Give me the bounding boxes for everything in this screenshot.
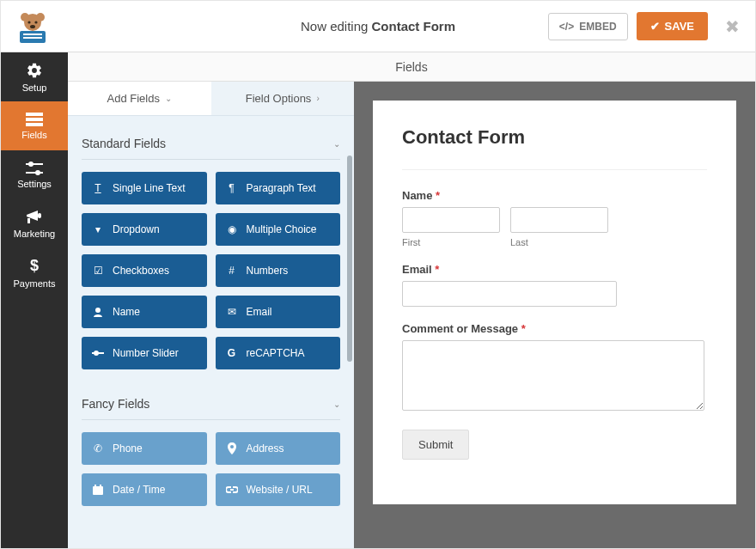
field-recaptcha[interactable]: GreCAPTCHA: [216, 337, 341, 369]
calendar-icon: [92, 485, 104, 495]
title-formname: Contact Form: [372, 19, 456, 34]
field-address[interactable]: Address: [216, 432, 341, 465]
app-logo: [11, 11, 54, 44]
svg-point-15: [35, 170, 40, 175]
nav-fields-label: Fields: [21, 130, 46, 140]
email-label: Email *: [402, 263, 707, 276]
title-prefix: Now editing: [301, 19, 372, 34]
svg-rect-23: [94, 485, 96, 487]
check-icon: ✔: [650, 20, 660, 33]
checkbox-icon: ☑: [92, 265, 104, 277]
main-area: Add Fields ⌄ Field Options › Standard Fi…: [68, 82, 755, 548]
nav-payments[interactable]: $ Payments: [1, 248, 68, 297]
field-paragraph-text[interactable]: ¶Paragraph Text: [216, 172, 341, 204]
envelope-icon: ✉: [226, 306, 238, 318]
field-panel: Add Fields ⌄ Field Options › Standard Fi…: [68, 82, 354, 548]
required-marker: *: [435, 263, 439, 276]
top-bar: Now editing Contact Form </> EMBED ✔ SAV…: [1, 1, 755, 52]
nav-settings-label: Settings: [17, 179, 52, 189]
svg-rect-24: [100, 485, 101, 487]
form-card: Contact Form Name * First Last: [373, 101, 736, 504]
comment-textarea[interactable]: [402, 340, 704, 411]
save-button[interactable]: ✔ SAVE: [637, 12, 708, 40]
form-title: Contact Form: [402, 126, 707, 170]
slider-icon: [92, 349, 104, 357]
nav-marketing-label: Marketing: [14, 229, 55, 239]
scrollbar-thumb[interactable]: [347, 156, 352, 362]
panel-tabs: Add Fields ⌄ Field Options ›: [68, 82, 354, 116]
svg-point-18: [95, 308, 101, 313]
field-numbers[interactable]: #Numbers: [216, 254, 341, 287]
field-multiple-choice[interactable]: ◉Multiple Choice: [216, 213, 341, 246]
svg-rect-8: [23, 37, 42, 39]
tab-options-label: Field Options: [246, 92, 312, 105]
field-website-url[interactable]: Website / URL: [216, 473, 341, 506]
svg-point-2: [36, 13, 45, 21]
page-title: Now editing Contact Form: [301, 19, 455, 34]
save-label: SAVE: [665, 20, 694, 33]
last-name-input[interactable]: [510, 207, 608, 233]
field-email[interactable]: ✉Email: [216, 296, 341, 328]
paragraph-icon: ¶: [226, 182, 238, 194]
svg-rect-11: [26, 123, 43, 126]
svg-point-1: [21, 13, 29, 21]
embed-label: EMBED: [579, 21, 616, 33]
field-phone[interactable]: ✆Phone: [82, 432, 207, 465]
list-icon: [26, 113, 43, 126]
svg-point-5: [30, 25, 35, 28]
nav-setup[interactable]: Setup: [1, 52, 68, 101]
nav-fields[interactable]: Fields: [1, 101, 68, 150]
field-dropdown[interactable]: ▾Dropdown: [82, 213, 207, 246]
dropdown-icon: ▾: [92, 223, 104, 235]
group-standard-toggle[interactable]: Standard Fields ⌄: [82, 125, 340, 160]
submit-button[interactable]: Submit: [402, 430, 469, 460]
group-fancy-toggle[interactable]: Fancy Fields ⌄: [82, 385, 340, 420]
gear-icon: [26, 62, 43, 79]
embed-button[interactable]: </> EMBED: [548, 13, 628, 40]
person-icon: [92, 307, 104, 317]
svg-point-3: [27, 21, 30, 23]
group-standard-fields: Standard Fields ⌄ TSingle Line Text ¶Par…: [68, 116, 354, 376]
svg-rect-9: [26, 113, 43, 116]
bullhorn-icon: [26, 210, 43, 225]
field-checkboxes[interactable]: ☑Checkboxes: [82, 254, 207, 287]
nav-setup-label: Setup: [22, 82, 47, 93]
group-standard-title: Standard Fields: [82, 137, 166, 150]
svg-point-21: [230, 445, 234, 448]
required-marker: *: [436, 189, 440, 202]
radio-icon: ◉: [226, 223, 238, 235]
last-sublabel: Last: [510, 237, 608, 247]
left-nav: Setup Fields Settings Marketing $ Paymen…: [1, 52, 68, 548]
form-field-name[interactable]: Name * First Last: [402, 189, 707, 247]
field-date-time[interactable]: Date / Time: [82, 473, 207, 506]
required-marker: *: [521, 322, 526, 335]
app-root: Now editing Contact Form </> EMBED ✔ SAV…: [0, 0, 756, 549]
form-field-email[interactable]: Email *: [402, 263, 707, 307]
field-name[interactable]: Name: [82, 296, 207, 328]
nav-settings[interactable]: Settings: [1, 150, 68, 199]
group-fancy-fields: Fancy Fields ⌄ ✆Phone Address Date / Tim…: [68, 376, 354, 513]
chevron-down-icon: ⌄: [333, 400, 340, 409]
tab-add-fields[interactable]: Add Fields ⌄: [68, 82, 211, 115]
form-field-comment[interactable]: Comment or Message *: [402, 322, 707, 414]
form-preview: Contact Form Name * First Last: [354, 82, 755, 548]
group-standard-grid: TSingle Line Text ¶Paragraph Text ▾Dropd…: [82, 172, 340, 369]
chevron-right-icon: ›: [316, 94, 319, 103]
email-input[interactable]: [402, 281, 617, 307]
pin-icon: [226, 442, 238, 454]
field-number-slider[interactable]: Number Slider: [82, 337, 207, 369]
nav-payments-label: Payments: [14, 278, 56, 289]
tab-field-options[interactable]: Field Options ›: [211, 82, 355, 115]
name-label: Name *: [402, 189, 707, 202]
chevron-down-icon: ⌄: [333, 139, 340, 149]
first-name-input[interactable]: [402, 207, 500, 233]
field-single-line-text[interactable]: TSingle Line Text: [82, 172, 207, 204]
phone-icon: ✆: [92, 442, 104, 454]
close-icon[interactable]: ✖: [718, 13, 747, 40]
svg-rect-22: [93, 486, 103, 495]
svg-point-13: [28, 162, 34, 167]
tab-add-label: Add Fields: [107, 92, 160, 105]
svg-point-20: [94, 351, 99, 356]
hash-icon: #: [226, 265, 238, 277]
nav-marketing[interactable]: Marketing: [1, 199, 68, 248]
